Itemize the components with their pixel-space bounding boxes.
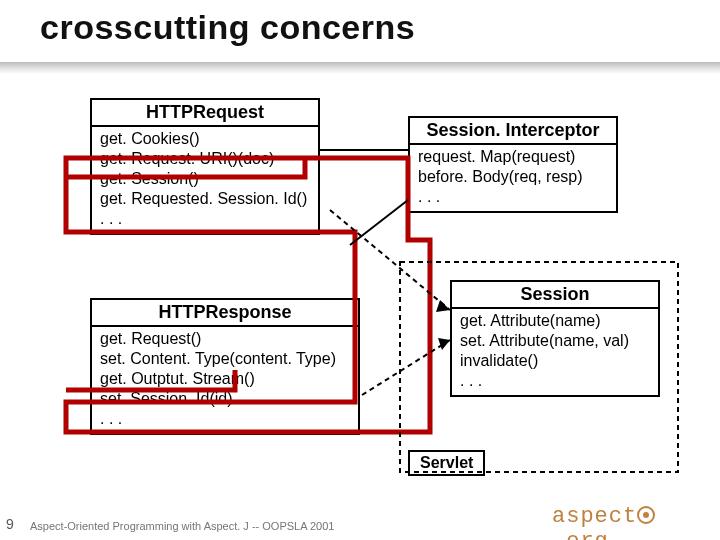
uml-method: get. Session(): [100, 169, 310, 189]
uml-method: set. Content. Type(content. Type): [100, 349, 350, 369]
uml-httpresponse: HTTPResponse get. Request() set. Content…: [90, 298, 360, 435]
uml-sessioninterceptor: Session. Interceptor request. Map(reques…: [408, 116, 618, 213]
uml-method: get. Outptut. Stream(): [100, 369, 350, 389]
uml-method: get. Cookies(): [100, 129, 310, 149]
svg-line-1: [362, 340, 450, 395]
slide-number: 9: [6, 516, 14, 532]
logo-text-right: .org: [552, 529, 609, 540]
uml-session: Session get. Attribute(name) set. Attrib…: [450, 280, 660, 397]
title-bar: crosscutting concerns: [0, 0, 720, 74]
uml-method: get. Request(): [100, 329, 350, 349]
logo-eye-icon: [637, 506, 655, 524]
uml-method: set. Attribute(name, val): [460, 331, 650, 351]
uml-session-body: get. Attribute(name) set. Attribute(name…: [452, 309, 658, 395]
slide-title: crosscutting concerns: [40, 8, 415, 47]
uml-method: set. Session. Id(id): [100, 389, 350, 409]
svg-marker-3: [436, 300, 450, 312]
uml-servlet: Servlet: [408, 450, 485, 476]
uml-method: get. Request. URI()(doc): [100, 149, 310, 169]
svg-line-6: [350, 200, 408, 245]
footer-caption: Aspect-Oriented Programming with Aspect.…: [30, 520, 334, 532]
svg-line-0: [330, 210, 450, 310]
uml-method: get. Requested. Session. Id(): [100, 189, 310, 209]
uml-method: . . .: [100, 409, 350, 429]
slide: crosscutting concerns HTTPRequest get. C…: [0, 0, 720, 540]
uml-method: before. Body(req, resp): [418, 167, 608, 187]
uml-method: . . .: [418, 187, 608, 207]
uml-method: invalidate(): [460, 351, 650, 371]
uml-method: . . .: [460, 371, 650, 391]
uml-method: get. Attribute(name): [460, 311, 650, 331]
uml-httprequest-head: HTTPRequest: [92, 100, 318, 127]
uml-httpresponse-head: HTTPResponse: [92, 300, 358, 327]
title-shadow: [0, 62, 720, 74]
svg-marker-4: [438, 338, 450, 350]
uml-httprequest-body: get. Cookies() get. Request. URI()(doc) …: [92, 127, 318, 233]
uml-servlet-label: Servlet: [420, 454, 473, 471]
uml-httprequest: HTTPRequest get. Cookies() get. Request.…: [90, 98, 320, 235]
uml-session-head: Session: [452, 282, 658, 309]
uml-sessioninterceptor-body: request. Map(request) before. Body(req, …: [410, 145, 616, 211]
uml-method: . . .: [100, 209, 310, 229]
uml-sessioninterceptor-head: Session. Interceptor: [410, 118, 616, 145]
connector-overlay: [0, 0, 720, 540]
logo-text-left: aspect: [552, 504, 637, 529]
uml-httpresponse-body: get. Request() set. Content. Type(conten…: [92, 327, 358, 433]
aspectj-logo: aspect.org: [552, 504, 702, 534]
uml-method: request. Map(request): [418, 147, 608, 167]
